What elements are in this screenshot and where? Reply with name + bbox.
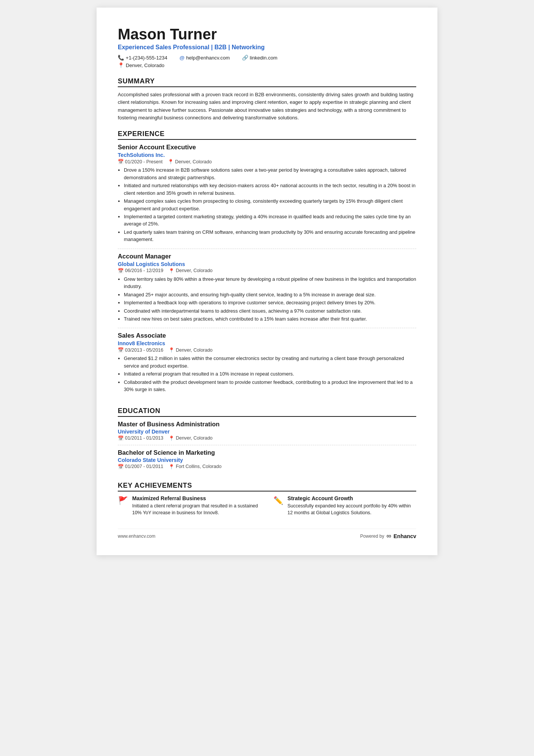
exp-loc-1: 📍 Denver, Colorado [168, 159, 212, 164]
location-value: Denver, Colorado [126, 63, 164, 68]
linkedin-value: linkedin.com [250, 55, 278, 61]
resume-footer: www.enhancv.com Powered by ∞ Enhancv [118, 529, 416, 540]
bullet-item: Grew territory sales by 80% within a thr… [124, 275, 416, 290]
exp-meta-1: 📅 01/2020 - Present 📍 Denver, Colorado [118, 159, 416, 164]
header: Mason Turner Experienced Sales Professio… [118, 26, 416, 69]
edu-degree-2: Bachelor of Science in Marketing [118, 449, 416, 456]
candidate-name: Mason Turner [118, 26, 416, 42]
exp-date-1: 📅 01/2020 - Present [118, 159, 162, 164]
email-value: help@enhancv.com [186, 55, 230, 61]
achievement-title-1: Maximized Referral Business [132, 495, 261, 501]
education-title: EDUCATION [118, 407, 416, 417]
location-icon-2: 📍 [169, 268, 175, 274]
education-section: EDUCATION Master of Business Administrat… [118, 407, 416, 473]
exp-bullets-3: Generated $1.2 million in sales within t… [118, 355, 416, 393]
calendar-icon-2: 📅 [118, 268, 124, 274]
summary-text: Accomplished sales professional with a p… [118, 91, 416, 122]
exp-company-2: Global Logistics Solutions [118, 261, 416, 267]
exp-date-3: 📅 03/2013 - 05/2016 [118, 347, 163, 353]
calendar-icon-edu-1: 📅 [118, 435, 124, 441]
enhancv-brand: Enhancv [393, 533, 416, 539]
summary-title: SUMMARY [118, 77, 416, 87]
footer-url: www.enhancv.com [118, 534, 155, 539]
experience-title: EXPERIENCE [118, 130, 416, 140]
bullet-item: Collaborated with the product developmen… [124, 379, 416, 393]
summary-section: SUMMARY Accomplished sales professional … [118, 77, 416, 122]
exp-role-3: Sales Associate [118, 332, 416, 340]
location-icon: 📍 [118, 62, 124, 68]
edu-meta-2: 📅 01/2007 - 01/2011 📍 Fort Collins, Colo… [118, 464, 416, 470]
calendar-icon-1: 📅 [118, 159, 124, 164]
edu-school-1: University of Denver [118, 429, 416, 435]
edu-entry-2: Bachelor of Science in Marketing Colorad… [118, 449, 416, 473]
exp-meta-2: 📅 06/2016 - 12/2019 📍 Denver, Colorado [118, 268, 416, 274]
candidate-title: Experienced Sales Professional | B2B | N… [118, 44, 416, 51]
email-icon: @ [180, 55, 185, 61]
location-contact: 📍 Denver, Colorado [118, 62, 164, 68]
achievement-content-2: Strategic Account Growth Successfully ex… [287, 495, 416, 517]
bullet-item: Generated $1.2 million in sales within t… [124, 355, 416, 369]
location-icon-3: 📍 [169, 347, 175, 353]
bullet-item: Implemented a feedback loop with operati… [124, 299, 416, 306]
edu-degree-1: Master of Business Administration [118, 421, 416, 428]
achievement-2: ✏️ Strategic Account Growth Successfully… [273, 495, 416, 517]
email-contact: @ help@enhancv.com [180, 55, 230, 61]
achievements-grid: 🚩 Maximized Referral Business Initiated … [118, 495, 416, 517]
achievement-content-1: Maximized Referral Business Initiated a … [132, 495, 261, 517]
link-icon: 🔗 [242, 55, 248, 61]
exp-role-1: Senior Account Executive [118, 144, 416, 151]
bullet-item: Coordinated with interdepartmental teams… [124, 307, 416, 315]
achievement-1: 🚩 Maximized Referral Business Initiated … [118, 495, 261, 517]
achievement-icon-2: ✏️ [273, 496, 284, 505]
powered-by-label: Powered by [360, 534, 384, 539]
enhancv-infinity-icon: ∞ [386, 532, 391, 540]
achievement-desc-1: Initiated a client referral program that… [132, 502, 261, 517]
bullet-item: Implemented a targeted content marketing… [124, 213, 416, 228]
achievement-title-2: Strategic Account Growth [287, 495, 416, 501]
edu-loc-2: 📍 Fort Collins, Colorado [169, 464, 222, 470]
achievement-icon-1: 🚩 [118, 496, 128, 505]
edu-loc-1: 📍 Denver, Colorado [169, 435, 212, 441]
bullet-item: Trained new hires on best sales practice… [124, 315, 416, 322]
location-icon-edu-1: 📍 [169, 435, 175, 441]
linkedin-contact: 🔗 linkedin.com [242, 55, 278, 61]
edu-date-2: 📅 01/2007 - 01/2011 [118, 464, 163, 470]
experience-section: EXPERIENCE Senior Account Executive Tech… [118, 130, 416, 398]
phone-contact: 📞 +1-(234)-555-1234 [118, 55, 167, 61]
calendar-icon-3: 📅 [118, 347, 124, 353]
achievements-title: KEY ACHIEVEMENTS [118, 482, 416, 491]
exp-company-1: TechSolutions Inc. [118, 152, 416, 158]
exp-company-3: Innov8 Electronics [118, 340, 416, 346]
exp-meta-3: 📅 03/2013 - 05/2016 📍 Denver, Colorado [118, 347, 416, 353]
location-row: 📍 Denver, Colorado [118, 62, 416, 69]
bullet-item: Initiated and nurtured relationships wit… [124, 182, 416, 197]
exp-entry-3: Sales Associate Innov8 Electronics 📅 03/… [118, 332, 416, 398]
calendar-icon-edu-2: 📅 [118, 464, 124, 470]
exp-bullets-1: Drove a 150% increase in B2B software so… [118, 166, 416, 243]
phone-icon: 📞 [118, 55, 124, 61]
location-icon-edu-2: 📍 [169, 464, 175, 470]
edu-meta-1: 📅 01/2011 - 01/2013 📍 Denver, Colorado [118, 435, 416, 441]
exp-loc-3: 📍 Denver, Colorado [169, 347, 212, 353]
bullet-item: Initiated a referral program that result… [124, 370, 416, 377]
achievements-section: KEY ACHIEVEMENTS 🚩 Maximized Referral Bu… [118, 482, 416, 517]
edu-entry-1: Master of Business Administration Univer… [118, 421, 416, 445]
location-icon-1: 📍 [168, 159, 174, 164]
contact-row: 📞 +1-(234)-555-1234 @ help@enhancv.com 🔗… [118, 55, 416, 61]
exp-bullets-2: Grew territory sales by 80% within a thr… [118, 275, 416, 323]
exp-entry-1: Senior Account Executive TechSolutions I… [118, 144, 416, 249]
exp-loc-2: 📍 Denver, Colorado [169, 268, 212, 274]
exp-entry-2: Account Manager Global Logistics Solutio… [118, 253, 416, 329]
phone-value: +1-(234)-555-1234 [126, 55, 167, 61]
bullet-item: Drove a 150% increase in B2B software so… [124, 166, 416, 181]
footer-powered: Powered by ∞ Enhancv [360, 532, 416, 540]
exp-date-2: 📅 06/2016 - 12/2019 [118, 268, 163, 274]
edu-school-2: Colorado State University [118, 457, 416, 463]
achievement-desc-2: Successfully expanded key account portfo… [287, 502, 416, 517]
bullet-item: Led quarterly sales team training on CRM… [124, 229, 416, 243]
resume-page: Mason Turner Experienced Sales Professio… [97, 8, 437, 555]
exp-role-2: Account Manager [118, 253, 416, 260]
bullet-item: Managed 25+ major accounts, and ensuring… [124, 291, 416, 298]
edu-date-1: 📅 01/2011 - 01/2013 [118, 435, 163, 441]
bullet-item: Managed complex sales cycles from prospe… [124, 197, 416, 212]
